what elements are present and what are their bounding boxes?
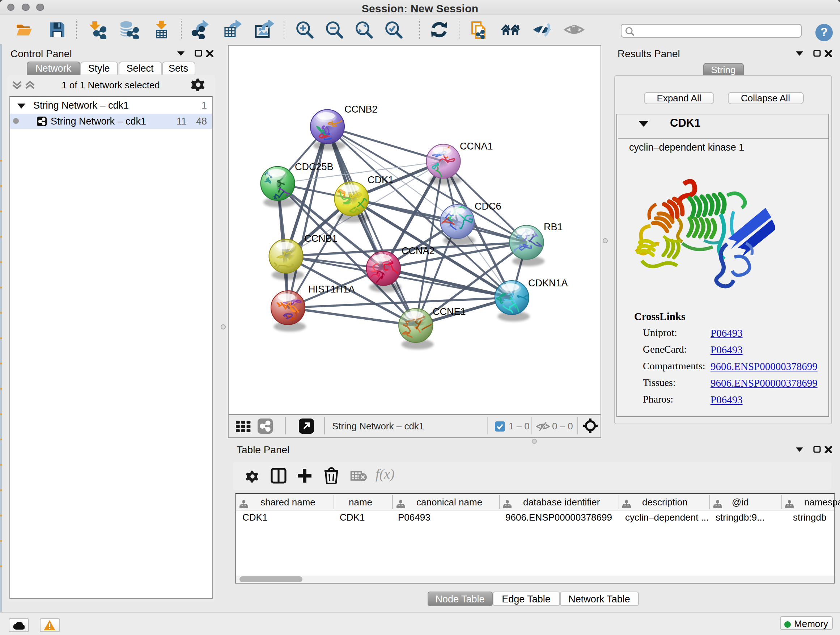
svg-text:CCNA2: CCNA2: [401, 245, 434, 256]
svg-text:RB1: RB1: [543, 221, 562, 232]
svg-text:CDK1: CDK1: [367, 174, 393, 185]
svg-text:CDC25B: CDC25B: [294, 161, 333, 172]
svg-text:CCNB2: CCNB2: [344, 103, 377, 114]
svg-text:HIST1H1A: HIST1H1A: [308, 283, 355, 295]
svg-text:CCNA1: CCNA1: [459, 141, 493, 151]
svg-text:CDC6: CDC6: [474, 201, 501, 211]
svg-text:CCNE1: CCNE1: [432, 306, 466, 317]
svg-text:CCNB1: CCNB1: [304, 233, 337, 244]
svg-text:CDKN1A: CDKN1A: [528, 277, 568, 288]
